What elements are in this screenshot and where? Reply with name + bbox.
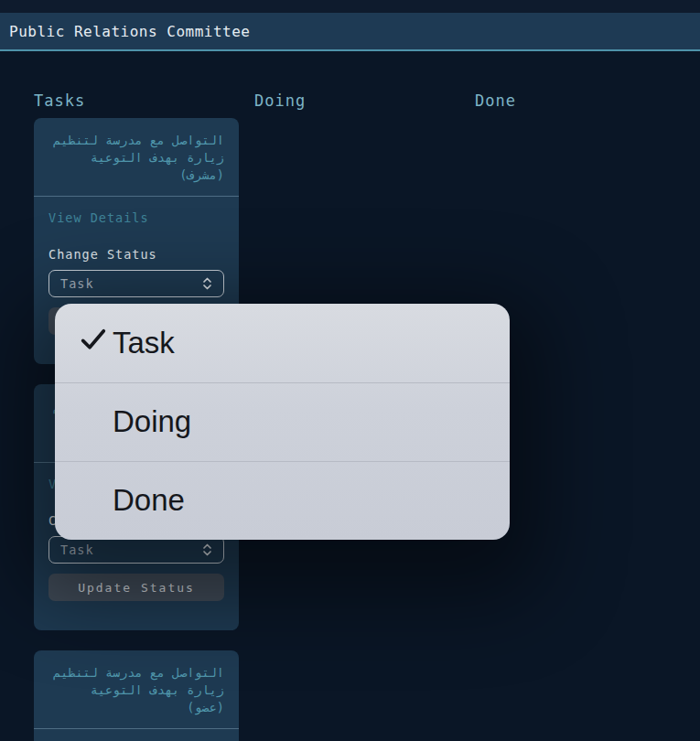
- checkmark-icon: [78, 324, 109, 362]
- chevron-up-down-icon: [202, 276, 212, 291]
- column-title-doing: Doing: [254, 91, 459, 110]
- status-select[interactable]: Task: [48, 536, 224, 564]
- column-title-tasks: Tasks: [34, 91, 239, 110]
- update-status-button[interactable]: Update Status: [48, 574, 224, 601]
- window-top-strip: [0, 0, 700, 13]
- task-card-title: التواصل مع مدرسة لتنظيم زيارة بهدف التوع…: [48, 664, 224, 716]
- status-select[interactable]: Task: [48, 270, 224, 297]
- card-divider: [34, 728, 239, 729]
- chevron-up-down-icon: [202, 542, 212, 557]
- task-card: التواصل مع مدرسة لتنظيم زيارة بهدف التوع…: [34, 650, 239, 741]
- page-title: Public Relations Committee: [9, 23, 250, 40]
- menu-option-label: Done: [113, 483, 185, 518]
- change-status-label: Change Status: [48, 247, 224, 262]
- menu-option-label: Doing: [113, 404, 191, 439]
- view-details-link[interactable]: View Details: [48, 210, 149, 225]
- task-card-title: التواصل مع مدرسة لتنظيم زيارة بهدف التوع…: [48, 132, 224, 184]
- menu-option-done[interactable]: Done: [55, 461, 510, 540]
- app-header: Public Relations Committee: [0, 13, 700, 51]
- status-select-value: Task: [60, 542, 94, 557]
- column-title-done: Done: [475, 91, 680, 110]
- status-dropdown-menu: Task Doing Done: [55, 304, 510, 540]
- card-divider: [34, 196, 239, 197]
- menu-option-task[interactable]: Task: [55, 304, 510, 382]
- menu-option-doing[interactable]: Doing: [55, 382, 510, 461]
- menu-option-label: Task: [113, 326, 175, 360]
- status-select-value: Task: [60, 276, 94, 291]
